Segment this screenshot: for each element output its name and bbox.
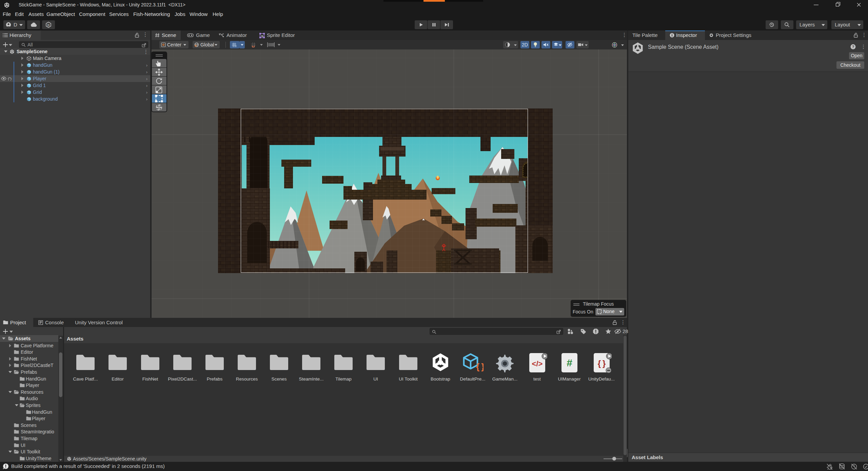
svg-text:?: ? <box>852 45 854 49</box>
svg-text:{ }: { } <box>598 359 606 368</box>
svg-text:</>: </> <box>532 360 543 368</box>
svg-text:{ }: { } <box>476 362 484 372</box>
svg-text:D: D <box>47 23 50 27</box>
svg-text:#: # <box>567 357 572 368</box>
svg-text:Y: Y <box>235 45 237 47</box>
